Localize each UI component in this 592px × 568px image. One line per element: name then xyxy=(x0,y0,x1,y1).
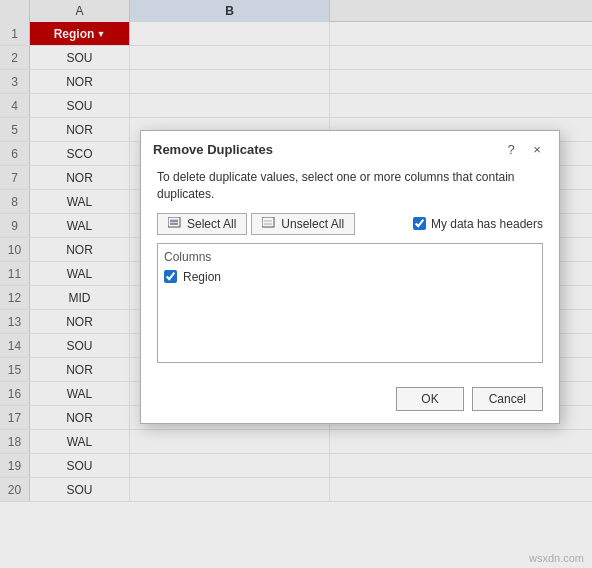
dialog-description: To delete duplicate values, select one o… xyxy=(157,169,543,203)
dialog-close-button[interactable]: × xyxy=(527,139,547,159)
unselect-all-button[interactable]: Unselect All xyxy=(251,213,355,235)
select-all-label: Select All xyxy=(187,217,236,231)
svg-rect-4 xyxy=(262,217,274,227)
cancel-button[interactable]: Cancel xyxy=(472,387,543,411)
my-data-headers-checkbox[interactable] xyxy=(413,217,426,230)
columns-listbox[interactable]: Columns Region xyxy=(157,243,543,363)
dialog-footer: OK Cancel xyxy=(141,387,559,423)
dialog-help-button[interactable]: ? xyxy=(501,139,521,159)
region-checkbox[interactable] xyxy=(164,270,177,283)
dialog-controls: ? × xyxy=(501,139,547,159)
select-all-button[interactable]: Select All xyxy=(157,213,247,235)
dialog-title: Remove Duplicates xyxy=(153,142,273,157)
watermark: wsxdn.com xyxy=(529,552,584,564)
unselect-all-label: Unselect All xyxy=(281,217,344,231)
column-item-region[interactable]: Region xyxy=(164,268,536,286)
remove-duplicates-dialog: Remove Duplicates ? × To delete duplicat… xyxy=(140,130,560,424)
ok-button[interactable]: OK xyxy=(396,387,463,411)
select-buttons-group: Select All Unselect All xyxy=(157,213,355,235)
select-all-icon xyxy=(168,217,182,231)
my-data-headers-label[interactable]: My data has headers xyxy=(413,217,543,231)
dialog-action-row: Select All Unselect All My data has hea xyxy=(157,213,543,235)
dialog-body: To delete duplicate values, select one o… xyxy=(141,165,559,387)
my-data-headers-text: My data has headers xyxy=(431,217,543,231)
columns-label: Columns xyxy=(164,250,536,264)
unselect-all-icon xyxy=(262,217,276,231)
region-column-label: Region xyxy=(183,270,221,284)
dialog-titlebar: Remove Duplicates ? × xyxy=(141,131,559,165)
